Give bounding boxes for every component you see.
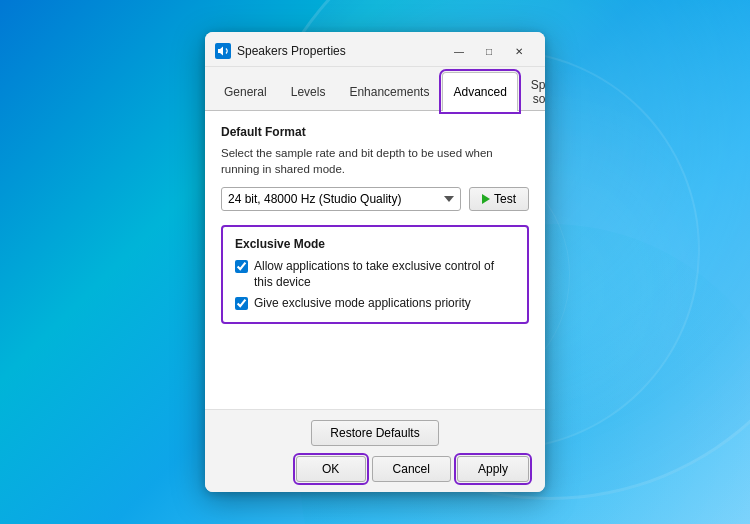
ok-button[interactable]: OK [296,456,366,482]
play-icon [482,194,490,204]
tab-advanced[interactable]: Advanced [442,72,517,111]
test-button-label: Test [494,192,516,206]
tab-general[interactable]: General [213,72,278,111]
dialog-overlay: Speakers Properties — □ ✕ General Levels… [0,0,750,524]
dialog-footer: Restore Defaults OK Cancel Apply [205,409,545,492]
checkbox-row-1: Allow applications to take exclusive con… [235,259,515,290]
dialog-title: Speakers Properties [237,44,445,58]
default-format-title: Default Format [221,125,529,139]
close-button[interactable]: ✕ [505,40,533,62]
tab-enhancements[interactable]: Enhancements [338,72,440,111]
allow-exclusive-label: Allow applications to take exclusive con… [254,259,515,290]
minimize-button[interactable]: — [445,40,473,62]
cancel-button[interactable]: Cancel [372,456,451,482]
title-bar: Speakers Properties — □ ✕ [205,32,545,67]
format-select[interactable]: 24 bit, 48000 Hz (Studio Quality) [221,187,461,211]
exclusive-mode-section: Exclusive Mode Allow applications to tak… [221,225,529,324]
restore-defaults-button[interactable]: Restore Defaults [311,420,438,446]
exclusive-mode-title: Exclusive Mode [235,237,515,251]
tab-bar: General Levels Enhancements Advanced Spa… [205,67,545,111]
allow-exclusive-checkbox[interactable] [235,260,248,273]
format-row: 24 bit, 48000 Hz (Studio Quality) Test [221,187,529,211]
maximize-button[interactable]: □ [475,40,503,62]
exclusive-priority-label: Give exclusive mode applications priorit… [254,296,471,312]
checkbox-row-2: Give exclusive mode applications priorit… [235,296,515,312]
speakers-properties-dialog: Speakers Properties — □ ✕ General Levels… [205,32,545,492]
default-format-description: Select the sample rate and bit depth to … [221,145,529,177]
apply-button[interactable]: Apply [457,456,529,482]
test-button[interactable]: Test [469,187,529,211]
exclusive-priority-checkbox[interactable] [235,297,248,310]
title-bar-controls: — □ ✕ [445,40,533,62]
tab-levels[interactable]: Levels [280,72,337,111]
speaker-icon [215,43,231,59]
default-format-section: Default Format Select the sample rate an… [221,125,529,211]
action-row: OK Cancel Apply [221,456,529,482]
tab-spatial-sound[interactable]: Spatial sound [520,72,545,111]
dialog-content: Default Format Select the sample rate an… [205,111,545,409]
restore-row: Restore Defaults [221,420,529,446]
